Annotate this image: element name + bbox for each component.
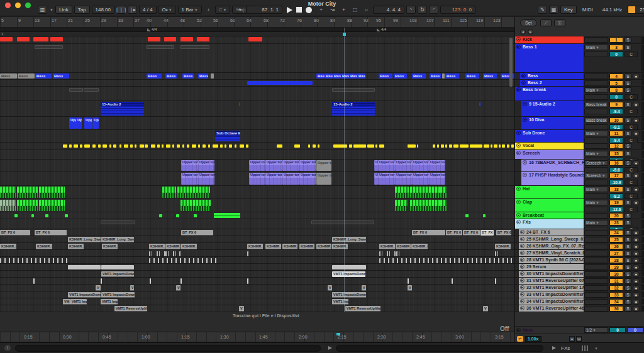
track-row-clap[interactable]: ▼ClapMain▼19S●-12.6C bbox=[515, 199, 644, 212]
crossfade-assign-button[interactable]: C bbox=[625, 180, 638, 185]
track-io-box[interactable] bbox=[584, 80, 608, 86]
clip[interactable]: Sub Octave Ba bbox=[215, 131, 240, 141]
output-routing-menu[interactable]: Main▼ bbox=[584, 131, 608, 136]
solo-button[interactable]: S bbox=[625, 151, 631, 156]
track-lane-hat[interactable] bbox=[0, 186, 514, 199]
clip[interactable]: Bass bbox=[325, 73, 333, 79]
track-io-box[interactable] bbox=[584, 244, 608, 249]
loop-brace-strip[interactable] bbox=[0, 28, 514, 32]
track-io-box[interactable] bbox=[584, 264, 608, 270]
track-activator-number[interactable]: 32 bbox=[609, 285, 623, 291]
track-name-block[interactable]: ▶Bass 1 bbox=[515, 44, 584, 72]
clip[interactable] bbox=[0, 200, 16, 211]
draw-automation-icon[interactable]: ⟋ bbox=[540, 19, 552, 26]
clip[interactable] bbox=[69, 88, 83, 92]
track-send-box[interactable] bbox=[584, 109, 608, 114]
scale-icon[interactable]: ♪ bbox=[204, 6, 213, 14]
track-io-box[interactable] bbox=[584, 73, 608, 79]
track-lane-16-78bafdk-screech-reawak[interactable]: Upper torUpper torUpper torUpper torUppe… bbox=[0, 160, 514, 172]
clip[interactable] bbox=[395, 187, 409, 198]
track-activator-number[interactable]: 12 bbox=[609, 143, 623, 149]
clip[interactable] bbox=[162, 144, 164, 148]
track-row-vocal[interactable]: ●Vocal12S bbox=[515, 143, 644, 150]
clip[interactable] bbox=[33, 37, 48, 41]
time-signature-marker[interactable]: 4/4 bbox=[381, 28, 386, 31]
clip[interactable] bbox=[149, 258, 218, 263]
track-row-hat[interactable]: ▼HatMain▼18S●-8.2C bbox=[515, 186, 644, 199]
lock-envelopes-icon[interactable]: ⚿ bbox=[554, 19, 565, 26]
clip[interactable]: Upper tor bbox=[429, 173, 445, 185]
track-activator-number[interactable]: 16 bbox=[609, 160, 623, 166]
clip[interactable] bbox=[502, 144, 505, 148]
track-play-icon[interactable]: ▶ bbox=[520, 230, 525, 234]
track-activator-number[interactable]: 4 bbox=[609, 73, 623, 79]
arm-button[interactable]: ● bbox=[633, 271, 640, 277]
computer-midi-keyboard-icon[interactable]: ▦ bbox=[549, 6, 558, 14]
solo-button[interactable]: S bbox=[625, 187, 631, 192]
clip[interactable]: VMT1 ImpactsDown bbox=[332, 271, 365, 277]
chevron-down-icon[interactable]: ▼ bbox=[50, 8, 53, 12]
crossfade-assign-button[interactable]: C bbox=[625, 124, 638, 130]
track-gain-field[interactable]: -12.6 bbox=[609, 207, 623, 212]
output-routing-menu[interactable]: Main▼ bbox=[584, 87, 608, 93]
clip[interactable] bbox=[220, 144, 223, 148]
solo-button[interactable]: S bbox=[625, 299, 631, 305]
clip[interactable]: Bass bbox=[333, 73, 341, 79]
track-io-box[interactable] bbox=[584, 237, 608, 242]
width-button[interactable]: W bbox=[576, 336, 582, 342]
key-root-menu[interactable]: C▼ bbox=[215, 6, 231, 14]
clip[interactable]: Up bbox=[76, 117, 82, 129]
clip[interactable] bbox=[159, 214, 162, 217]
clip[interactable] bbox=[441, 144, 444, 148]
arm-button[interactable]: ● bbox=[633, 285, 640, 291]
back-to-arrangement-left-icon[interactable]: ◂ bbox=[520, 29, 526, 35]
clip[interactable]: Bass bbox=[465, 73, 479, 79]
clip[interactable] bbox=[166, 144, 170, 148]
track-row-33-vmt1-impactsdownlifter-18[interactable]: ▶33 VMT1 ImpactsDownlifter 1833S● bbox=[515, 291, 644, 298]
track-lane-30-vmt1-impactsdownlifter-12[interactable]: VMT1 ImpactsDownVMT1 ImpactsDown bbox=[0, 271, 514, 278]
track-lane-26-kshmr-clap-fx-07-reverb[interactable]: KSHMR_CKSHMR_CKSHMR_CKSHMR_CKSHMR_CKSHMR… bbox=[0, 243, 514, 250]
arm-button[interactable]: ● bbox=[633, 258, 640, 263]
clip[interactable]: Upper tor bbox=[282, 160, 299, 171]
clip[interactable] bbox=[408, 278, 409, 284]
clip[interactable]: Upper tor bbox=[395, 173, 412, 185]
clip[interactable]: Upper tor bbox=[299, 173, 316, 185]
clip[interactable] bbox=[180, 200, 211, 211]
clip[interactable]: VMT1 ImpactsDown bbox=[101, 292, 135, 298]
clip[interactable] bbox=[495, 251, 502, 256]
loop-switch-icon[interactable]: ↻ bbox=[418, 6, 427, 14]
clip[interactable] bbox=[445, 144, 447, 148]
tap-tempo-button[interactable]: Tap bbox=[74, 6, 90, 14]
clip[interactable] bbox=[149, 251, 165, 256]
track-name-block[interactable]: ▶28 VMT1 Synth 56 C [2023-07-28 bbox=[519, 257, 584, 263]
track-activator-number[interactable]: 11 bbox=[609, 131, 623, 136]
clip[interactable]: Bass bbox=[379, 73, 392, 79]
track-name-block[interactable]: ▼Hat bbox=[515, 186, 584, 198]
punch-in-switch-icon[interactable]: ◝ bbox=[406, 6, 416, 14]
track-row-17-fhsp-hardstyle-sounds-035[interactable]: ▼17 FHSP Hardstyle Sounds 035 -Screech▼1… bbox=[515, 172, 644, 186]
arm-button[interactable]: ● bbox=[633, 230, 640, 236]
track-io-box[interactable] bbox=[584, 285, 608, 291]
clip[interactable] bbox=[164, 37, 176, 41]
track-lane-28-vmt1-synth-56-c-2023-07-28[interactable] bbox=[0, 257, 514, 264]
track-gain-field[interactable]: 0 bbox=[609, 52, 623, 57]
clip[interactable] bbox=[101, 220, 135, 224]
time-signature-field[interactable]: 4 / 4 bbox=[139, 6, 157, 14]
clip[interactable]: V bbox=[362, 285, 366, 291]
track-lane-27-kshmr-vinyl-scratch-04-1[interactable] bbox=[0, 250, 514, 257]
track-activator-number[interactable]: 1 bbox=[609, 37, 623, 43]
clip[interactable]: Upper tor bbox=[412, 160, 429, 171]
solo-button[interactable]: S bbox=[625, 102, 631, 107]
clip[interactable] bbox=[433, 144, 435, 148]
clip[interactable] bbox=[417, 144, 418, 148]
clip[interactable]: KSHMR_C bbox=[282, 244, 297, 249]
track-name-block[interactable]: ▶25 KSHMR_Long_Sweep_01 bbox=[519, 236, 584, 242]
track-play-icon[interactable]: ▶ bbox=[520, 264, 525, 269]
clip[interactable] bbox=[211, 73, 214, 79]
track-lane-breakbeat[interactable] bbox=[0, 212, 514, 219]
fold-icon[interactable]: ▼ bbox=[516, 187, 521, 191]
clip[interactable] bbox=[208, 144, 210, 148]
track-name-block[interactable]: ▶29 Serum bbox=[519, 264, 584, 270]
track-lane-33-vmt1-impactsdownlifter-18[interactable]: VMT1 ImpactsDownVMT1 ImpactsDownVMT1 Imp… bbox=[0, 291, 514, 298]
clip[interactable] bbox=[45, 214, 48, 217]
